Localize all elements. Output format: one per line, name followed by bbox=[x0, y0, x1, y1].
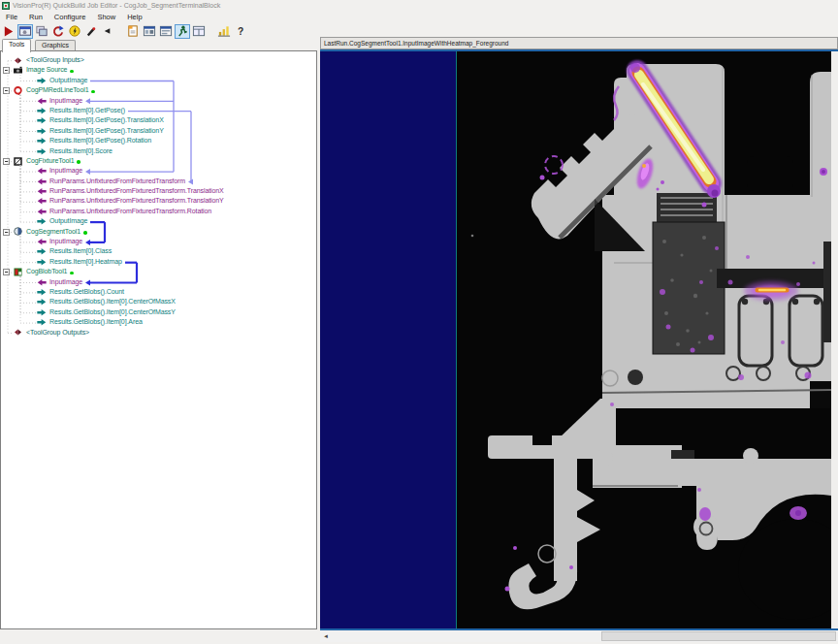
app-icon bbox=[2, 2, 10, 10]
menu-bar: FileRunConfigureShowHelp bbox=[0, 11, 838, 23]
output-arrow-icon bbox=[37, 248, 47, 255]
tree-node-results-item-0-getpose-rotation[interactable]: Results.Item[0].GetPose().Rotation bbox=[1, 136, 316, 145]
expander-icon[interactable] bbox=[3, 229, 10, 236]
tree-node-results-getblobs-count[interactable]: Results.GetBlobs().Count bbox=[1, 287, 316, 297]
tree-node-toolgroup-outputs[interactable]: <ToolGroup Outputs> bbox=[1, 328, 316, 338]
tree-node-toolgroup-inputs[interactable]: <ToolGroup Inputs> bbox=[1, 55, 316, 65]
output-arrow-icon bbox=[37, 319, 47, 326]
output-arrow-icon bbox=[37, 299, 47, 306]
app-window: VisionPro(R) QuickBuild Job Editor - Cog… bbox=[0, 0, 838, 644]
status-dot bbox=[70, 70, 74, 74]
help-icon[interactable]: ? bbox=[233, 24, 248, 39]
copy-windows-icon[interactable] bbox=[34, 24, 49, 39]
tree-node-results-item-0-getpose-translationy[interactable]: Results.Item[0].GetPose().TranslationY bbox=[1, 126, 316, 136]
input-arrow-icon bbox=[37, 239, 47, 245]
expander-icon[interactable] bbox=[3, 67, 10, 74]
menu-help[interactable]: Help bbox=[121, 11, 147, 23]
tree-node-runparams-unfixturedfromfixturedtransform[interactable]: RunParams.UnfixturedFromFixturedTransfor… bbox=[1, 177, 316, 186]
window-02-icon[interactable] bbox=[158, 24, 174, 39]
output-arrow-icon bbox=[37, 218, 47, 225]
tree-node-results-getblobs-item-0-area[interactable]: Results.GetBlobs().Item[0].Area bbox=[1, 317, 316, 327]
output-arrow-icon bbox=[37, 309, 47, 316]
toolgroup-io-icon bbox=[14, 328, 22, 337]
tree-node-runparams-unfixturedfromfixturedtransform-rotation[interactable]: RunParams.UnfixturedFromFixturedTransfor… bbox=[1, 207, 316, 216]
tree-node-inputimage[interactable]: InputImage bbox=[1, 166, 316, 176]
image-vertical-scrollbar[interactable] bbox=[831, 51, 838, 628]
title-bar: VisionPro(R) QuickBuild Job Editor - Cog… bbox=[0, 0, 838, 11]
camera-tool-icon bbox=[14, 66, 22, 75]
tree-node-inputimage[interactable]: InputImage bbox=[1, 277, 316, 287]
tool-tree: <ToolGroup Inputs>Image SourceOutputImag… bbox=[1, 55, 316, 338]
window-31-icon[interactable] bbox=[142, 24, 157, 39]
reset-icon[interactable] bbox=[50, 24, 66, 39]
tree-node-results-item-0-getpose[interactable]: Results.Item[0].GetPose() bbox=[1, 106, 316, 115]
output-arrow-icon bbox=[37, 259, 47, 266]
toolgroup-io-icon bbox=[14, 56, 22, 65]
input-arrow-icon bbox=[37, 188, 47, 195]
tab-tools[interactable]: Tools bbox=[2, 39, 31, 52]
expander-icon[interactable] bbox=[3, 87, 10, 94]
tree-node-cogsegmenttool1[interactable]: CogSegmentTool1 bbox=[1, 227, 316, 237]
tree-node-runparams-unfixturedfromfixturedtransform-translationx[interactable]: RunParams.UnfixturedFromFixturedTransfor… bbox=[1, 186, 316, 196]
output-arrow-icon bbox=[37, 78, 47, 84]
status-dot bbox=[70, 272, 74, 275]
input-arrow-icon bbox=[37, 98, 47, 105]
output-arrow-icon bbox=[37, 117, 47, 124]
tree-node-cogfixturetool1[interactable]: CogFixtureTool1 bbox=[1, 156, 316, 166]
menu-show[interactable]: Show bbox=[91, 11, 121, 23]
status-dot bbox=[77, 160, 81, 164]
output-arrow-icon bbox=[37, 148, 47, 155]
input-arrow-icon bbox=[37, 178, 47, 185]
input-arrow-icon bbox=[37, 279, 47, 286]
output-arrow-icon bbox=[37, 138, 47, 145]
image-display-area[interactable] bbox=[320, 49, 838, 628]
input-arrow-icon bbox=[37, 198, 47, 205]
scroll-left-arrow-icon[interactable]: ◄ bbox=[323, 630, 329, 642]
window-title: VisionPro(R) QuickBuild Job Editor - Cog… bbox=[13, 2, 220, 9]
menu-file[interactable]: File bbox=[0, 11, 23, 23]
status-dot bbox=[83, 231, 87, 235]
tree-node-results-getblobs-item-0-centerofmassx[interactable]: Results.GetBlobs().Item[0].CenterOfMassX bbox=[1, 297, 316, 306]
inspection-image[interactable] bbox=[456, 51, 831, 629]
input-arrow-icon bbox=[37, 209, 47, 215]
tree-node-image-source[interactable]: Image Source bbox=[1, 65, 316, 75]
menu-configure[interactable]: Configure bbox=[48, 11, 92, 23]
input-arrow-icon bbox=[37, 168, 47, 175]
tree-node-results-getblobs-item-0-centerofmassy[interactable]: Results.GetBlobs().Item[0].CenterOfMassY bbox=[1, 307, 316, 317]
job-notes-icon[interactable] bbox=[125, 24, 141, 39]
expander-icon[interactable] bbox=[3, 269, 10, 275]
tree-node-inputimage[interactable]: InputImage bbox=[1, 96, 316, 106]
pmredline-tool-icon bbox=[14, 86, 22, 95]
tree-node-inputimage[interactable]: InputImage bbox=[1, 237, 316, 246]
output-arrow-icon bbox=[37, 289, 47, 296]
run-job-icon[interactable] bbox=[1, 24, 16, 39]
tree-node-results-item-0-heatmap[interactable]: Results.Item[0].Heatmap bbox=[1, 257, 316, 267]
blob-tool-icon bbox=[14, 268, 22, 276]
image-horizontal-scrollbar[interactable]: ◄ bbox=[320, 630, 838, 642]
tree-node-results-item-0-class[interactable]: Results.Item[0].Class bbox=[1, 246, 316, 256]
tree-node-cogblobtool1[interactable]: CogBlobTool1 bbox=[1, 267, 316, 276]
svg-text:?: ? bbox=[238, 26, 243, 37]
expander-icon[interactable] bbox=[3, 158, 10, 165]
tree-node-cogpmredlinetool1[interactable]: CogPMRedLineTool1 bbox=[1, 85, 316, 95]
trigger-icon[interactable] bbox=[67, 24, 82, 39]
tree-node-results-item-0-score[interactable]: Results.Item[0].Score bbox=[1, 146, 316, 156]
tree-node-outputimage[interactable]: OutputImage bbox=[1, 76, 316, 85]
pointer-icon[interactable] bbox=[100, 24, 115, 39]
profiler-icon[interactable] bbox=[216, 24, 232, 39]
scrollbar-thumb[interactable] bbox=[601, 631, 836, 641]
fixture-tool-icon bbox=[14, 157, 22, 166]
segment-tool-icon bbox=[14, 227, 22, 236]
tree-node-results-item-0-getpose-translationx[interactable]: Results.Item[0].GetPose().TranslationX bbox=[1, 115, 316, 125]
run-continuous-icon[interactable] bbox=[175, 24, 190, 39]
tree-node-outputimage[interactable]: OutputImage bbox=[1, 216, 316, 226]
run-job-once-icon[interactable] bbox=[17, 24, 33, 39]
tree-node-runparams-unfixturedfromfixturedtransform-translationy[interactable]: RunParams.UnfixturedFromFixturedTransfor… bbox=[1, 196, 316, 206]
grid-window-icon[interactable] bbox=[191, 24, 207, 39]
status-dot bbox=[91, 90, 95, 94]
image-display-header: LastRun.CogSegmentTool1.InputImageWithHe… bbox=[320, 37, 838, 49]
output-arrow-icon bbox=[37, 128, 47, 135]
menu-run[interactable]: Run bbox=[23, 11, 48, 23]
tool-tree-panel: <ToolGroup Inputs>Image SourceOutputImag… bbox=[0, 50, 317, 629]
edit-graphics-icon[interactable] bbox=[83, 24, 99, 39]
